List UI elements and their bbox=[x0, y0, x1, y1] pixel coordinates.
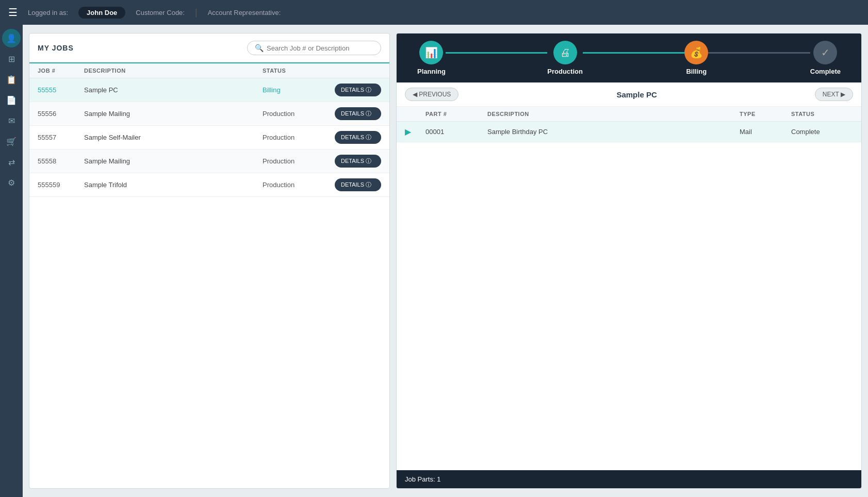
jobs-list: 55555Sample PCBillingDETAILS ⓘ55556Sampl… bbox=[29, 78, 389, 197]
col-part-status: STATUS bbox=[791, 111, 853, 117]
part-status: Complete bbox=[791, 128, 853, 136]
part-number: 00001 bbox=[425, 128, 487, 136]
dashboard-icon[interactable]: ⊞ bbox=[2, 49, 21, 68]
col-status: STATUS bbox=[263, 68, 335, 74]
progress-stepper: 📊Planning🖨Production💰Billing✓Complete bbox=[397, 34, 861, 82]
col-part-num: PART # bbox=[425, 111, 487, 117]
mail-icon[interactable]: ✉ bbox=[2, 111, 21, 130]
col-part-desc: DESCRIPTION bbox=[487, 111, 740, 117]
details-button[interactable]: DETAILS ⓘ bbox=[335, 84, 381, 96]
detail-panel: 📊Planning🖨Production💰Billing✓Complete ◀ … bbox=[396, 33, 862, 489]
job-description: Sample Trifold bbox=[84, 181, 263, 189]
job-description: Sample Mailing bbox=[84, 157, 263, 165]
job-status: Production bbox=[263, 181, 335, 189]
cart-icon[interactable]: 🛒 bbox=[2, 132, 21, 151]
jobs-panel: MY JOBS 🔍 JOB # DESCRIPTION STATUS 55555… bbox=[29, 33, 390, 489]
customer-code-label: Customer Code: bbox=[136, 9, 185, 16]
job-number[interactable]: 55555 bbox=[38, 86, 84, 94]
content-area: MY JOBS 🔍 JOB # DESCRIPTION STATUS 55555… bbox=[23, 25, 868, 497]
details-button[interactable]: DETAILS ⓘ bbox=[335, 155, 381, 168]
col-arrow bbox=[405, 111, 425, 117]
job-number: 55556 bbox=[38, 110, 84, 118]
details-button[interactable]: DETAILS ⓘ bbox=[335, 178, 381, 191]
menu-icon[interactable]: ☰ bbox=[8, 6, 18, 19]
top-header: ☰ Logged in as: John Doe Customer Code: … bbox=[0, 0, 868, 25]
jobs-title: MY JOBS bbox=[38, 44, 74, 52]
jobs-table-header: JOB # DESCRIPTION STATUS bbox=[29, 63, 389, 78]
step-circle-production: 🖨 bbox=[553, 41, 577, 64]
step-circle-billing: 💰 bbox=[684, 41, 708, 64]
table-row[interactable]: 55558Sample MailingProductionDETAILS ⓘ bbox=[29, 150, 389, 173]
step-line bbox=[708, 52, 810, 54]
col-description: DESCRIPTION bbox=[84, 68, 263, 74]
user-icon[interactable]: 👤 bbox=[2, 29, 21, 47]
progress-step-complete: ✓Complete bbox=[810, 41, 841, 75]
col-part-type: TYPE bbox=[740, 111, 791, 117]
header-divider: | bbox=[195, 7, 198, 18]
col-action bbox=[335, 68, 381, 74]
detail-title: Sample PC bbox=[616, 90, 657, 99]
step-line bbox=[583, 52, 684, 54]
search-input[interactable] bbox=[267, 44, 373, 52]
prev-button[interactable]: ◀ PREVIOUS bbox=[405, 88, 458, 101]
job-description: Sample Self-Mailer bbox=[84, 134, 263, 141]
part-arrow-icon[interactable]: ▶ bbox=[405, 127, 425, 137]
detail-footer: Job Parts: 1 bbox=[397, 470, 861, 488]
col-job-num: JOB # bbox=[38, 68, 84, 74]
next-button[interactable]: NEXT ▶ bbox=[815, 88, 853, 101]
orders-icon[interactable]: 📋 bbox=[2, 70, 21, 89]
job-number: 55557 bbox=[38, 134, 84, 141]
job-description: Sample PC bbox=[84, 86, 263, 94]
step-circle-planning: 📊 bbox=[419, 41, 443, 64]
table-row[interactable]: 55555Sample PCBillingDETAILS ⓘ bbox=[29, 78, 389, 102]
progress-step-planning: 📊Planning bbox=[417, 41, 446, 75]
step-label-billing: Billing bbox=[686, 68, 707, 75]
step-label-complete: Complete bbox=[810, 68, 841, 75]
logged-in-label: Logged in as: bbox=[28, 9, 68, 16]
detail-content: ◀ PREVIOUS Sample PC NEXT ▶ PART # DESCR… bbox=[397, 82, 861, 470]
search-box: 🔍 bbox=[247, 41, 381, 55]
step-label-production: Production bbox=[547, 68, 583, 75]
search-icon: 🔍 bbox=[255, 44, 264, 52]
job-status: Production bbox=[263, 110, 335, 118]
table-row[interactable]: 55556Sample MailingProductionDETAILS ⓘ bbox=[29, 102, 389, 126]
progress-step-billing: 💰Billing bbox=[684, 41, 708, 75]
job-description: Sample Mailing bbox=[84, 110, 263, 118]
details-button[interactable]: DETAILS ⓘ bbox=[335, 107, 381, 120]
parts-table-header: PART # DESCRIPTION TYPE STATUS bbox=[397, 107, 861, 122]
account-rep-label: Account Representative: bbox=[208, 9, 281, 16]
job-parts-count: Job Parts: 1 bbox=[405, 475, 440, 483]
details-button[interactable]: DETAILS ⓘ bbox=[335, 131, 381, 144]
progress-step-production: 🖨Production bbox=[547, 41, 583, 75]
step-circle-complete: ✓ bbox=[813, 41, 837, 64]
job-status: Billing bbox=[263, 86, 335, 94]
sidebar: 👤⊞📋📄✉🛒⇄⚙ bbox=[0, 25, 23, 497]
file-icon[interactable]: 📄 bbox=[2, 91, 21, 109]
job-number: 55558 bbox=[38, 157, 84, 165]
step-label-planning: Planning bbox=[417, 68, 446, 75]
job-status: Production bbox=[263, 157, 335, 165]
transfer-icon[interactable]: ⇄ bbox=[2, 153, 21, 171]
user-badge: John Doe bbox=[78, 7, 125, 19]
job-status: Production bbox=[263, 134, 335, 141]
job-number: 555559 bbox=[38, 181, 84, 189]
detail-nav: ◀ PREVIOUS Sample PC NEXT ▶ bbox=[397, 82, 861, 107]
parts-row[interactable]: ▶00001Sample Birthday PCMailComplete bbox=[397, 122, 861, 142]
parts-list: ▶00001Sample Birthday PCMailComplete bbox=[397, 122, 861, 142]
part-type: Mail bbox=[740, 128, 791, 136]
jobs-header: MY JOBS 🔍 bbox=[29, 34, 389, 63]
part-description: Sample Birthday PC bbox=[487, 128, 740, 136]
settings-icon[interactable]: ⚙ bbox=[2, 173, 21, 192]
main-layout: 👤⊞📋📄✉🛒⇄⚙ MY JOBS 🔍 JOB # DESCRIPTION STA… bbox=[0, 25, 868, 497]
step-line bbox=[446, 52, 547, 54]
table-row[interactable]: 55557Sample Self-MailerProductionDETAILS… bbox=[29, 126, 389, 150]
table-row[interactable]: 555559Sample TrifoldProductionDETAILS ⓘ bbox=[29, 173, 389, 197]
